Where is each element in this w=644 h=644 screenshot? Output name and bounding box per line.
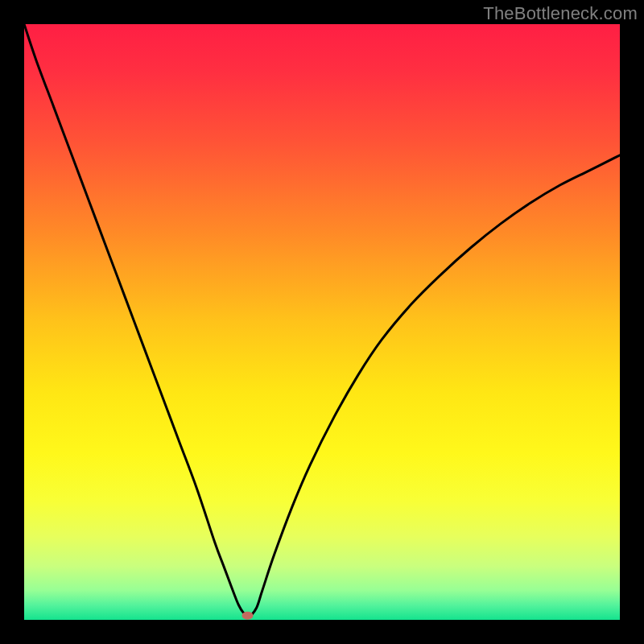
optimal-point-marker [242,612,254,620]
gradient-background [24,24,620,620]
plot-area [24,24,620,620]
watermark-text: TheBottleneck.com [483,3,638,24]
bottleneck-chart [24,24,620,620]
chart-frame: TheBottleneck.com [0,0,644,644]
